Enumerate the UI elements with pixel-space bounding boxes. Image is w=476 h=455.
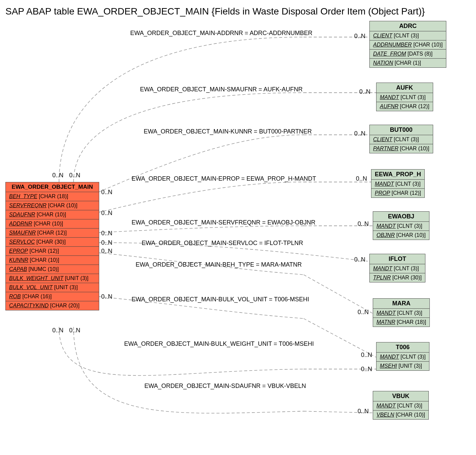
table-row: MANDT [CLNT (3)] xyxy=(371,180,424,189)
table-row: NATION [CHAR (1)] xyxy=(370,59,446,67)
table-row: SERVLOC [CHAR (30)] xyxy=(6,238,99,247)
card-eewa: 0..N xyxy=(356,175,367,182)
card-iflot: 0..N xyxy=(354,256,365,263)
entity-header: T006 xyxy=(376,342,429,353)
edge-label-adrc: EWA_ORDER_OBJECT_MAIN-ADDRNR = ADRC-ADDR… xyxy=(130,30,312,37)
table-row: MANDT [CLNT (3)] xyxy=(376,353,429,362)
edge-label-eewa: EWA_ORDER_OBJECT_MAIN-EPROP = EEWA_PROP_… xyxy=(132,175,316,182)
card-main-r4: 0..N xyxy=(101,239,112,246)
card-main-r3: 0..N xyxy=(101,230,112,237)
entity-header: VBUK xyxy=(373,391,428,401)
diagram-canvas: SAP ABAP table EWA_ORDER_OBJECT_MAIN {Fi… xyxy=(0,0,476,455)
edge-label-t006v: EWA_ORDER_OBJECT_MAIN-BULK_VOL_UNIT = T0… xyxy=(132,296,309,303)
table-row: BEH_TYPE [CHAR (18)] xyxy=(6,192,99,201)
table-row: KUNNR [CHAR (10)] xyxy=(6,256,99,265)
table-row: PROP [CHAR (12)] xyxy=(371,189,424,198)
table-row: ADDRNUMBER [CHAR (10)] xyxy=(370,40,446,50)
card-t006b: 0..N xyxy=(361,366,372,373)
card-main-top-1: 0..N xyxy=(52,172,63,179)
edge-label-mara: EWA_ORDER_OBJECT_MAIN-BEH_TYPE = MARA-MA… xyxy=(136,261,302,268)
entity-adrc: ADRC CLIENT [CLNT (3)] ADDRNUMBER [CHAR … xyxy=(369,21,446,68)
table-row: SDAUFNR [CHAR (10)] xyxy=(6,210,99,219)
card-main-top-2: 0..N xyxy=(69,172,80,179)
edge-label-iflot: EWA_ORDER_OBJECT_MAIN-SERVLOC = IFLOT-TP… xyxy=(142,240,303,247)
edge-aufk xyxy=(74,93,304,182)
edge-label-aufk: EWA_ORDER_OBJECT_MAIN-SMAUFNR = AUFK-AUF… xyxy=(140,86,303,93)
entity-header: AUFK xyxy=(376,83,433,93)
edge-adrc xyxy=(59,37,304,182)
entity-ewaobj: EWAOBJ MANDT [CLNT (3)] OBJNR [CHAR (10)… xyxy=(373,211,429,240)
entity-header: BUT000 xyxy=(370,125,433,135)
entity-but000: BUT000 CLIENT [CLNT (3)] PARTNER [CHAR (… xyxy=(369,125,433,153)
edge-label-t006w: EWA_ORDER_OBJECT_MAIN-BULK_WEIGHT_UNIT =… xyxy=(124,340,314,347)
card-main-bot-1: 0..N xyxy=(52,327,63,334)
entity-iflot: IFLOT MANDT [CLNT (3)] TPLNR [CHAR (30)] xyxy=(369,254,425,282)
entity-mara: MARA MANDT [CLNT (3)] MATNR [CHAR (18)] xyxy=(373,298,430,327)
edge-vbuk xyxy=(74,327,304,413)
table-row: SMAUFNR [CHAR (12)] xyxy=(6,229,99,238)
entity-header: ADRC xyxy=(370,21,446,31)
table-row: PARTNER [CHAR (10)] xyxy=(370,144,433,153)
edge-label-but000: EWA_ORDER_OBJECT_MAIN-KUNNR = BUT000-PAR… xyxy=(144,128,312,135)
edge-but000 xyxy=(99,135,304,192)
table-row: ROB [CHAR (16)] xyxy=(6,292,99,301)
table-row: BULK_WEIGHT_UNIT [UNIT (3)] xyxy=(6,274,99,283)
table-row: OBJNR [CHAR (10)] xyxy=(373,231,429,240)
edge-t006-weight xyxy=(59,327,304,375)
table-row: SERVFREQNR [CHAR (10)] xyxy=(6,201,99,210)
table-row: MSEHI [UNIT (3)] xyxy=(376,362,429,370)
card-main-r1: 0..N xyxy=(101,189,112,196)
edge-ewaobj xyxy=(99,226,304,233)
diagram-title: SAP ABAP table EWA_ORDER_OBJECT_MAIN {Fi… xyxy=(5,6,425,17)
card-but000: 0..N xyxy=(354,130,365,137)
entity-vbuk: VBUK MANDT [CLNT (3)] VBELN [CHAR (10)] xyxy=(373,391,429,420)
table-row: AUFNR [CHAR (12)] xyxy=(376,102,433,111)
card-t006a: 0..N xyxy=(361,352,372,359)
table-row: CLIENT [CLNT (3)] xyxy=(370,135,433,144)
table-row: CLIENT [CLNT (3)] xyxy=(370,31,446,40)
card-main-bot-2: 0..N xyxy=(69,327,80,334)
table-row: EPROP [CHAR (12)] xyxy=(6,247,99,256)
table-row: CAPAB [NUMC (10)] xyxy=(6,265,99,274)
card-adrc: 0..N xyxy=(354,33,365,40)
table-row: MANDT [CLNT (3)] xyxy=(370,264,425,273)
entity-header: EWAOBJ xyxy=(373,212,429,222)
entity-header: IFLOT xyxy=(370,254,425,264)
edge-label-ewaobj: EWA_ORDER_OBJECT_MAIN-SERVFREQNR = EWAOB… xyxy=(132,219,315,226)
table-row: CAPACITYKIND [CHAR (20)] xyxy=(6,301,99,310)
table-row: VBELN [CHAR (10)] xyxy=(373,411,428,419)
table-row: BULK_VOL_UNIT [UNIT (3)] xyxy=(6,283,99,292)
entity-header: MARA xyxy=(373,299,429,309)
table-row: MATNR [CHAR (18)] xyxy=(373,318,429,327)
table-row: MANDT [CLNT (3)] xyxy=(373,222,429,231)
card-ewaobj: 0..N xyxy=(358,220,369,228)
entity-main-header: EWA_ORDER_OBJECT_MAIN xyxy=(6,182,99,192)
edge-eewa xyxy=(99,182,304,212)
table-row: MANDT [CLNT (3)] xyxy=(373,401,428,411)
card-main-r5: 0..N xyxy=(101,248,112,255)
card-main-r6: 0..N xyxy=(101,293,112,300)
table-row: MANDT [CLNT (3)] xyxy=(376,93,433,102)
card-main-r2: 0..N xyxy=(101,210,112,217)
table-row: ADDRNR [CHAR (10)] xyxy=(6,219,99,229)
entity-aufk: AUFK MANDT [CLNT (3)] AUFNR [CHAR (12)] xyxy=(376,83,433,111)
card-aufk: 0..N xyxy=(359,88,370,95)
card-vbuk: 0..N xyxy=(358,408,369,415)
edge-mara-tail xyxy=(304,275,373,313)
entity-main: EWA_ORDER_OBJECT_MAIN BEH_TYPE [CHAR (18… xyxy=(5,182,99,310)
table-row: TPLNR [CHAR (30)] xyxy=(370,273,425,282)
card-mara: 0..N xyxy=(358,309,369,316)
entity-t006: T006 MANDT [CLNT (3)] MSEHI [UNIT (3)] xyxy=(376,342,429,371)
table-row: MANDT [CLNT (3)] xyxy=(373,309,429,318)
entity-header: EEWA_PROP_H xyxy=(371,170,424,180)
edge-label-vbuk: EWA_ORDER_OBJECT_MAIN-SDAUFNR = VBUK-VBE… xyxy=(144,383,306,390)
entity-eewa: EEWA_PROP_H MANDT [CLNT (3)] PROP [CHAR … xyxy=(371,169,425,198)
table-row: DATE_FROM [DATS (8)] xyxy=(370,50,446,59)
